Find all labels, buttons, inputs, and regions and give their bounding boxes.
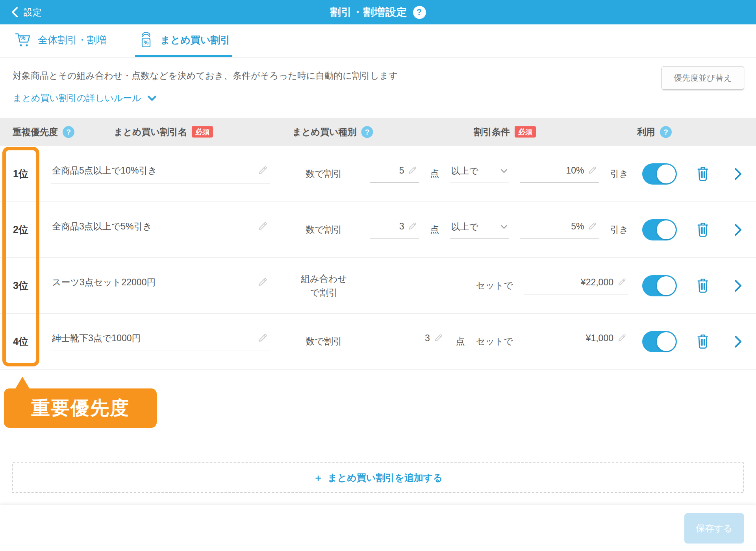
toggle-cell — [634, 219, 685, 240]
amount-value: 10% — [566, 165, 584, 176]
toggle-knob — [657, 220, 676, 239]
discount-name-text: スーツ3点セット22000円 — [52, 276, 156, 288]
edit-pencil-icon — [588, 222, 597, 231]
edit-pencil-icon — [408, 222, 417, 231]
priority-rank: 1位 — [0, 167, 41, 180]
save-button[interactable]: 保存する — [684, 513, 744, 544]
use-toggle[interactable] — [642, 163, 677, 185]
tab-bulk-discount[interactable]: % まとめ買い割引 — [135, 24, 232, 57]
name-cell: 紳士靴下3点で1000円 — [41, 332, 282, 351]
quantity-value: 5 — [399, 165, 404, 176]
row-detail-button[interactable] — [721, 335, 756, 348]
edit-pencil-icon — [258, 222, 267, 231]
quantity-unit: 点 — [456, 335, 465, 348]
condition-cell: 3 点 以上で 5% 引き — [366, 221, 634, 239]
quantity-unit: 点 — [430, 168, 439, 180]
condition-cell: 3 点 セットで ¥1,000 — [366, 333, 634, 350]
col-header-use-label: 利用 — [637, 126, 655, 138]
type-help-icon[interactable]: ? — [361, 126, 373, 138]
priority-rank: 2位 — [0, 223, 41, 236]
amount-value: ¥1,000 — [586, 333, 613, 344]
footer-bar: 保存する — [0, 505, 756, 551]
set-label: セットで — [476, 335, 513, 348]
toggle-knob — [657, 332, 676, 351]
quantity-input[interactable]: 3 — [396, 333, 445, 350]
discount-name-input[interactable]: 全商品5点以上で10%引き — [51, 165, 270, 183]
toggle-cell — [634, 275, 685, 296]
quantity-input[interactable]: 3 — [370, 221, 419, 239]
use-help-icon[interactable]: ? — [660, 126, 672, 138]
use-toggle[interactable] — [642, 275, 677, 296]
set-label: セットで — [476, 279, 513, 292]
name-cell: スーツ3点セット22000円 — [41, 276, 282, 295]
chevron-down-icon — [148, 96, 156, 101]
tab-bulk-discount-label: まとめ買い割引 — [160, 33, 230, 46]
table-row: 4位 紳士靴下3点で1000円 数で割引 3 点 セットで ¥1,000 — [0, 314, 756, 370]
col-header-condition: 割引条件 必須 — [474, 126, 536, 138]
edit-pencil-icon — [258, 166, 267, 175]
discount-name-input[interactable]: スーツ3点セット22000円 — [51, 276, 270, 295]
priority-rank: 3位 — [0, 279, 41, 292]
priority-help-icon[interactable]: ? — [63, 126, 74, 138]
back-chevron-icon — [11, 7, 18, 17]
chevron-right-icon — [734, 335, 742, 348]
rules-link-label: まとめ買い割引の詳しいルール — [13, 92, 141, 104]
edit-pencil-icon — [588, 166, 597, 175]
discount-name-input[interactable]: 全商品3点以上で5%引き — [51, 220, 270, 239]
col-header-name: まとめ買い割引名 必須 — [114, 126, 213, 138]
row-detail-button[interactable] — [721, 279, 756, 292]
cart-percent-icon: % — [15, 32, 32, 48]
amount-value: ¥22,000 — [581, 277, 613, 288]
discount-name-input[interactable]: 紳士靴下3点で1000円 — [51, 332, 270, 351]
row-detail-button[interactable] — [721, 224, 756, 236]
discount-type-text: 数で割引 — [282, 223, 366, 237]
amount-input[interactable]: ¥22,000 — [524, 277, 628, 294]
delete-button[interactable] — [685, 278, 721, 294]
chevron-right-icon — [734, 279, 742, 292]
edit-pencil-icon — [617, 334, 626, 342]
title-help-icon[interactable]: ? — [413, 6, 426, 19]
amount-suffix: 引き — [610, 224, 628, 236]
add-bulk-discount-button[interactable]: ＋ まとめ買い割引を追加する — [12, 462, 744, 493]
delete-button[interactable] — [685, 222, 721, 238]
back-button[interactable]: 設定 — [11, 0, 42, 24]
chevron-down-icon — [500, 169, 508, 173]
priority-sort-button[interactable]: 優先度並び替え — [662, 66, 744, 90]
row-detail-button[interactable] — [721, 168, 756, 180]
discount-type-text: 組み合わせで割引 — [282, 272, 366, 299]
use-toggle[interactable] — [642, 219, 677, 240]
discount-name-text: 紳士靴下3点で1000円 — [52, 332, 141, 344]
bundle-percent-icon: % — [137, 31, 155, 48]
threshold-select[interactable]: 以上で — [450, 165, 509, 183]
tab-bar: % 全体割引・割増 % まとめ買い割引 — [0, 24, 756, 57]
delete-button[interactable] — [685, 166, 721, 182]
amount-input[interactable]: ¥1,000 — [524, 333, 628, 350]
col-header-type-label: まとめ買い種別 — [292, 126, 356, 138]
required-badge: 必須 — [515, 126, 536, 138]
tab-overall-discount[interactable]: % 全体割引・割増 — [13, 24, 109, 57]
add-bulk-discount-label: まとめ買い割引を追加する — [328, 471, 443, 484]
quantity-input[interactable]: 5 — [370, 165, 419, 183]
table-body: 1位 全商品5点以上で10%引き 数で割引 5 点 以上で — [0, 146, 756, 370]
tab-overall-discount-label: 全体割引・割増 — [38, 33, 107, 46]
use-toggle[interactable] — [642, 331, 677, 352]
page-title-group: 割引・割増設定 ? — [330, 5, 426, 19]
discount-type-text: 数で割引 — [282, 167, 366, 181]
plus-icon: ＋ — [313, 471, 323, 484]
toggle-cell — [634, 331, 685, 352]
svg-text:%: % — [20, 34, 25, 41]
amount-input[interactable]: 5% — [520, 221, 599, 239]
threshold-select[interactable]: 以上で — [450, 221, 509, 239]
quantity-value: 3 — [425, 333, 430, 344]
trash-icon — [696, 222, 710, 238]
priority-annotation: 重要優先度 — [4, 388, 157, 428]
amount-suffix: 引き — [610, 168, 628, 180]
delete-button[interactable] — [685, 334, 721, 349]
edit-pencil-icon — [408, 166, 417, 175]
page-title: 割引・割増設定 — [330, 5, 408, 19]
rules-link[interactable]: まとめ買い割引の詳しいルール — [13, 92, 156, 104]
toggle-cell — [634, 163, 685, 185]
col-header-priority-label: 重複優先度 — [13, 126, 58, 138]
amount-input[interactable]: 10% — [520, 165, 599, 183]
condition-cell: セットで ¥22,000 — [366, 277, 634, 294]
